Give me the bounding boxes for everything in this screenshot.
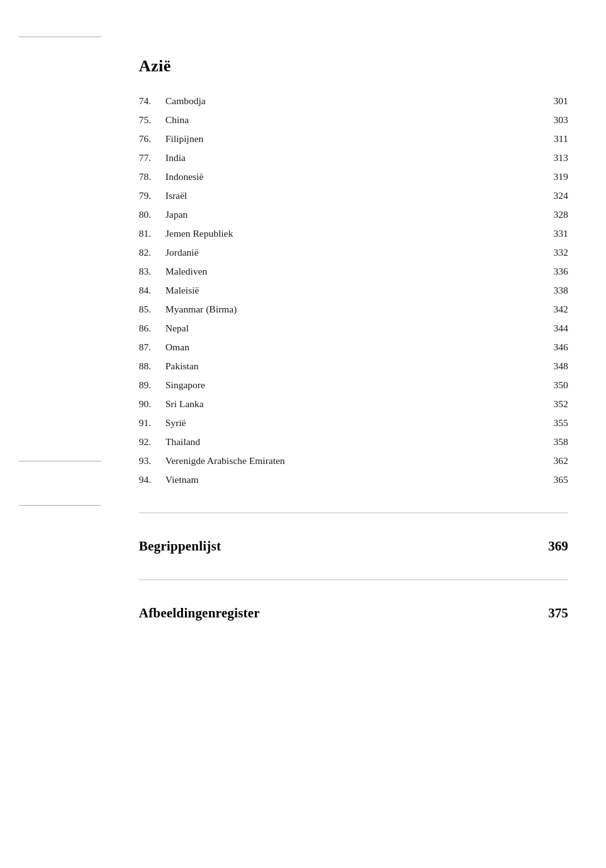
toc-item-5: 78.Indonesië319 xyxy=(139,169,568,184)
toc-item-19: 92.Thailand358 xyxy=(139,434,568,449)
item-number: 75. xyxy=(139,112,165,128)
item-name: Verenigde Arabische Emiraten xyxy=(165,453,543,468)
item-name: Thailand xyxy=(165,434,543,449)
decorative-line-mid xyxy=(19,461,101,461)
item-name: China xyxy=(165,112,543,128)
toc-item-17: 90.Sri Lanka352 xyxy=(139,396,568,412)
toc-item-12: 85.Myanmar (Birma)342 xyxy=(139,302,568,317)
item-page: 362 xyxy=(543,453,568,468)
item-page: 324 xyxy=(543,188,568,203)
item-page: 331 xyxy=(543,226,568,241)
item-name: Myanmar (Birma) xyxy=(165,302,543,317)
item-number: 76. xyxy=(139,131,165,146)
item-name: Oman xyxy=(165,340,543,355)
item-name: Japan xyxy=(165,207,543,222)
toc-item-14: 87.Oman346 xyxy=(139,340,568,355)
item-name: Jemen Republiek xyxy=(165,226,543,241)
item-number: 77. xyxy=(139,150,165,165)
special-entry-page: 369 xyxy=(543,538,568,554)
item-number: 81. xyxy=(139,226,165,241)
item-name: Maleisië xyxy=(165,283,543,298)
special-entry-label: Afbeeldingenregister xyxy=(139,605,543,621)
item-name: Singapore xyxy=(165,378,543,393)
toc-item-13: 86.Nepal344 xyxy=(139,321,568,336)
item-number: 79. xyxy=(139,188,165,203)
item-number: 82. xyxy=(139,245,165,260)
item-page: 348 xyxy=(543,359,568,374)
toc-item-3: 76.Filipijnen311 xyxy=(139,131,568,146)
item-name: Malediven xyxy=(165,264,543,279)
item-number: 87. xyxy=(139,340,165,355)
item-page: 303 xyxy=(543,112,568,128)
section-title: Azië xyxy=(139,57,568,76)
item-page: 332 xyxy=(543,245,568,260)
toc-item-6: 79.Israël324 xyxy=(139,188,568,203)
toc-item-20: 93.Verenigde Arabische Emiraten362 xyxy=(139,453,568,468)
toc-item-21: 94.Vietnam365 xyxy=(139,472,568,487)
item-page: 346 xyxy=(543,340,568,355)
item-page: 319 xyxy=(543,169,568,184)
toc-item-7: 80.Japan328 xyxy=(139,207,568,222)
item-number: 93. xyxy=(139,453,165,468)
special-entry-label: Begrippenlijst xyxy=(139,538,543,554)
item-page: 358 xyxy=(543,434,568,449)
item-name: Nepal xyxy=(165,321,543,336)
main-content: Azië 74.Cambodja30175.China30376.Filipij… xyxy=(139,38,568,627)
divider-1 xyxy=(139,513,568,513)
item-number: 85. xyxy=(139,302,165,317)
item-number: 91. xyxy=(139,415,165,431)
item-page: 313 xyxy=(543,150,568,165)
item-name: Israël xyxy=(165,188,543,203)
item-number: 83. xyxy=(139,264,165,279)
toc-item-4: 77.India313 xyxy=(139,150,568,165)
toc-item-8: 81.Jemen Republiek331 xyxy=(139,226,568,241)
item-page: 301 xyxy=(543,93,568,109)
item-name: Indonesië xyxy=(165,169,543,184)
item-page: 350 xyxy=(543,378,568,393)
item-name: Cambodja xyxy=(165,93,543,109)
special-entry-1: Begrippenlijst369 xyxy=(139,532,568,561)
special-sections: Begrippenlijst369Afbeeldingenregister375 xyxy=(139,532,568,627)
toc-list: 74.Cambodja30175.China30376.Filipijnen31… xyxy=(139,93,568,487)
item-name: Syrië xyxy=(165,415,543,431)
toc-item-11: 84.Maleisië338 xyxy=(139,283,568,298)
toc-item-18: 91.Syrië355 xyxy=(139,415,568,431)
item-number: 78. xyxy=(139,169,165,184)
item-page: 336 xyxy=(543,264,568,279)
item-name: Sri Lanka xyxy=(165,396,543,412)
special-entry-page: 375 xyxy=(543,605,568,621)
toc-item-9: 82.Jordanië332 xyxy=(139,245,568,260)
item-page: 338 xyxy=(543,283,568,298)
item-page: 365 xyxy=(543,472,568,487)
item-number: 86. xyxy=(139,321,165,336)
divider-special-0 xyxy=(139,580,568,580)
page: Azië 74.Cambodja30175.China30376.Filipij… xyxy=(0,0,606,868)
decorative-line-top xyxy=(19,37,101,37)
item-number: 88. xyxy=(139,359,165,374)
item-page: 328 xyxy=(543,207,568,222)
item-name: Filipijnen xyxy=(165,131,543,146)
item-page: 352 xyxy=(543,396,568,412)
item-number: 89. xyxy=(139,378,165,393)
decorative-line-bottom xyxy=(19,505,101,506)
item-number: 92. xyxy=(139,434,165,449)
item-number: 90. xyxy=(139,396,165,412)
item-name: India xyxy=(165,150,543,165)
item-number: 94. xyxy=(139,472,165,487)
item-name: Vietnam xyxy=(165,472,543,487)
toc-item-10: 83.Malediven336 xyxy=(139,264,568,279)
toc-item-16: 89.Singapore350 xyxy=(139,378,568,393)
item-page: 342 xyxy=(543,302,568,317)
item-page: 355 xyxy=(543,415,568,431)
item-page: 311 xyxy=(543,131,568,146)
special-entry-2: Afbeeldingenregister375 xyxy=(139,599,568,627)
item-page: 344 xyxy=(543,321,568,336)
item-number: 80. xyxy=(139,207,165,222)
item-name: Pakistan xyxy=(165,359,543,374)
toc-item-1: 74.Cambodja301 xyxy=(139,93,568,109)
toc-item-15: 88.Pakistan348 xyxy=(139,359,568,374)
item-number: 74. xyxy=(139,93,165,109)
toc-item-2: 75.China303 xyxy=(139,112,568,128)
item-name: Jordanië xyxy=(165,245,543,260)
item-number: 84. xyxy=(139,283,165,298)
